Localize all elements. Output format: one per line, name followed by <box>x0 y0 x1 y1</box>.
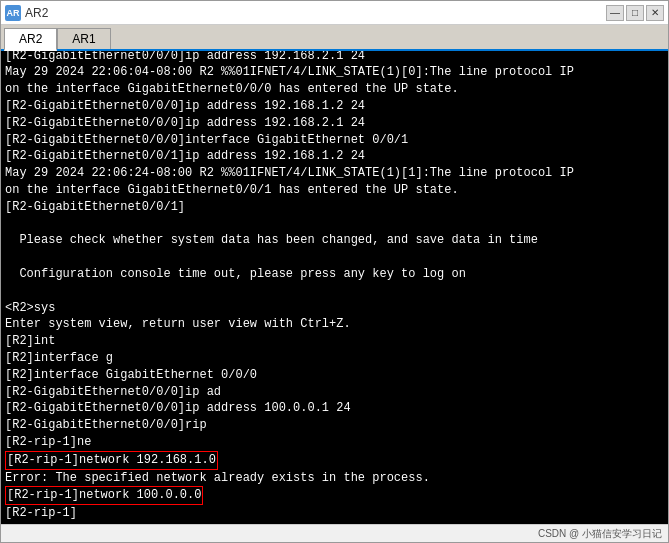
terminal-line: [R2-rip-1]network 100.0.0.0 <box>5 486 664 505</box>
minimize-button[interactable]: — <box>606 5 624 21</box>
terminal-line: [R2-GigabitEthernet0/0/0]ip ad <box>5 384 664 401</box>
terminal-line: Enter system view, return user view with… <box>5 316 664 333</box>
terminal-line: Please check whether system data has bee… <box>5 232 664 249</box>
highlighted-command: [R2-rip-1]network 100.0.0.0 <box>5 486 203 505</box>
main-window: AR AR2 — □ ✕ AR2 AR1 [R2-GigabitEthernet… <box>0 0 669 543</box>
terminal-line: [R2-GigabitEthernet0/0/0]interface Gigab… <box>5 132 664 149</box>
window-title: AR2 <box>25 6 48 20</box>
terminal-line: Error: The specified network already exi… <box>5 470 664 487</box>
terminal-line: May 29 2024 22:06:24-08:00 R2 %%01IFNET/… <box>5 165 664 182</box>
terminal-scroll[interactable]: [R2-GigabitEthernet0/0/0]interface Gigab… <box>1 51 668 524</box>
terminal-line: [R2-GigabitEthernet0/0/1] <box>5 199 664 216</box>
terminal-line: [R2-GigabitEthernet0/0/0]ip address 192.… <box>5 51 664 64</box>
tab-ar1[interactable]: AR1 <box>57 28 110 49</box>
terminal: [R2-GigabitEthernet0/0/0]interface Gigab… <box>1 51 668 524</box>
highlighted-command: [R2-rip-1]network 192.168.1.0 <box>5 451 218 470</box>
terminal-line: [R2-GigabitEthernet0/0/0]ip address 192.… <box>5 115 664 132</box>
terminal-line: [R2-GigabitEthernet0/0/0]rip <box>5 417 664 434</box>
terminal-line: [R2]int <box>5 333 664 350</box>
terminal-line: [R2]interface GigabitEthernet 0/0/0 <box>5 367 664 384</box>
tab-ar2[interactable]: AR2 <box>4 28 57 51</box>
terminal-line: [R2-rip-1]ne <box>5 434 664 451</box>
app-icon-label: AR <box>7 8 20 18</box>
terminal-line <box>5 283 664 300</box>
terminal-line <box>5 216 664 233</box>
terminal-line: Configuration console time out, please p… <box>5 266 664 283</box>
terminal-line: May 29 2024 22:06:04-08:00 R2 %%01IFNET/… <box>5 64 664 81</box>
title-bar-left: AR AR2 <box>5 5 48 21</box>
terminal-line: <R2>sys <box>5 300 664 317</box>
footer-text: CSDN @ 小猫信安学习日记 <box>538 527 662 541</box>
footer: CSDN @ 小猫信安学习日记 <box>1 524 668 542</box>
terminal-line: on the interface GigabitEthernet0/0/0 ha… <box>5 81 664 98</box>
terminal-line: [R2-rip-1]network 192.168.1.0 <box>5 451 664 470</box>
title-bar: AR AR2 — □ ✕ <box>1 1 668 25</box>
terminal-content: [R2-GigabitEthernet0/0/0]interface Gigab… <box>5 51 664 522</box>
close-button[interactable]: ✕ <box>646 5 664 21</box>
terminal-line: [R2-GigabitEthernet0/0/0]ip address 192.… <box>5 98 664 115</box>
maximize-button[interactable]: □ <box>626 5 644 21</box>
terminal-line: on the interface GigabitEthernet0/0/1 ha… <box>5 182 664 199</box>
terminal-line: [R2-GigabitEthernet0/0/1]ip address 192.… <box>5 148 664 165</box>
terminal-line: [R2-rip-1] <box>5 505 664 522</box>
terminal-wrapper: [R2-GigabitEthernet0/0/0]interface Gigab… <box>1 51 668 524</box>
terminal-line: [R2]interface g <box>5 350 664 367</box>
window-controls: — □ ✕ <box>606 5 664 21</box>
tab-bar: AR2 AR1 <box>1 25 668 51</box>
terminal-line: [R2-GigabitEthernet0/0/0]ip address 100.… <box>5 400 664 417</box>
app-icon: AR <box>5 5 21 21</box>
terminal-line <box>5 249 664 266</box>
